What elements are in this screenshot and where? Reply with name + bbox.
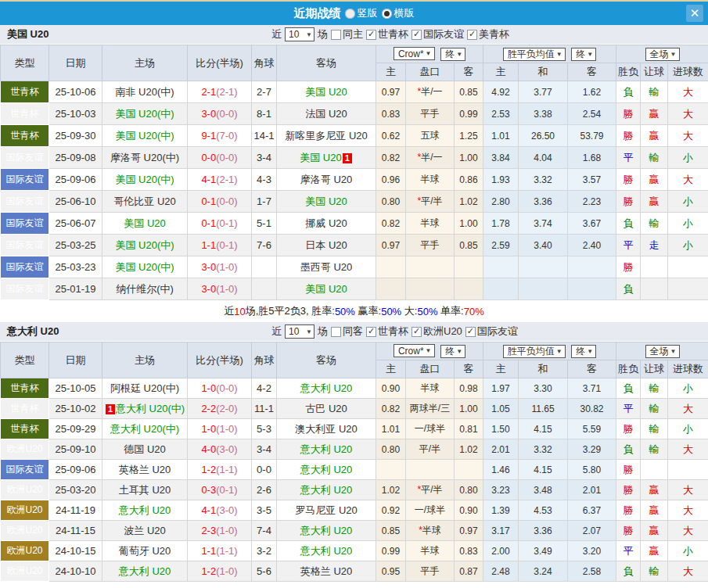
result-wdl: 平 — [616, 541, 641, 561]
match-date: 24-11-15 — [49, 521, 102, 541]
same-home-checkbox[interactable] — [331, 30, 341, 40]
match-date: 24-11-19 — [49, 500, 102, 521]
match-date: 24-10-15 — [49, 541, 102, 561]
col-score: 比分(半场) — [188, 45, 252, 81]
avg-final-select[interactable]: 终▼ — [571, 48, 596, 61]
odds-home: 0.62 — [376, 125, 406, 147]
avg-draw: 3.74 — [519, 213, 568, 235]
competition-badge: 国际友谊 — [1, 147, 49, 169]
comp-filter-friendly: 国际友谊 — [412, 27, 464, 41]
result-wdl: 負 — [616, 213, 641, 235]
corner-count — [252, 256, 277, 278]
avg-away-win: 30.82 — [568, 399, 616, 419]
avg-select[interactable]: 胜平负均值▼ — [503, 345, 566, 358]
match-date: 25-09-06 — [49, 169, 102, 191]
sub-odds-line: 盘口 — [406, 360, 455, 378]
halftime-score: (1-1) — [216, 464, 237, 475]
odds-home: 0.85 — [376, 521, 406, 541]
bookmaker-select[interactable]: Crow*▼ — [394, 344, 435, 357]
worldcup-checkbox[interactable] — [366, 30, 376, 40]
fulltime-score: 4-1 — [201, 504, 216, 516]
match-date: 25-10-03 — [49, 103, 102, 125]
avg-group-header: 胜平负均值▼ 终▼ — [483, 45, 616, 63]
competition-badge: 世青杯 — [1, 103, 49, 125]
score: 1-2(1-0) — [188, 561, 252, 582]
result-over-under: 大 — [668, 125, 708, 147]
match-date: 25-10-02 — [49, 399, 102, 419]
friendly-checkbox[interactable] — [465, 327, 476, 337]
result-wdl: 勝 — [616, 500, 641, 521]
odds-final-select[interactable]: 终▼ — [440, 345, 465, 358]
avg-home-win: 1.78 — [483, 213, 519, 235]
close-button[interactable]: ✕ — [686, 5, 703, 22]
avg-draw: 3.32 — [519, 169, 568, 191]
match-date: 25-06-10 — [49, 191, 102, 213]
fulltime-score: 2-3 — [201, 525, 216, 536]
section-bar-italy: 意大利 U20 近 10 ▼ 场 同客 世青杯 欧洲U20 国际友谊 — [0, 322, 708, 342]
layout-vertical-radio[interactable]: 竖版 — [345, 6, 378, 20]
result-handicap: 贏 — [641, 125, 668, 147]
sub-res-wdl: 胜负 — [616, 63, 641, 81]
odds-handicap-line: *半球 — [406, 521, 455, 541]
match-row: 国际友谊25-03-25美国 U20(中)1-1(0-1)7-6日本 U200.… — [1, 235, 708, 256]
near-label: 近 — [271, 27, 282, 41]
result-over-under — [668, 278, 708, 300]
worldcup-checkbox[interactable] — [366, 327, 376, 337]
away-team: 法国 U20 — [277, 103, 376, 125]
result-char: 贏 — [649, 130, 659, 142]
odds-away: 0.85 — [455, 235, 483, 256]
match-row: 国际友谊25-01-19纳什维尔(中)3-0(1-0)美国 U20負 — [1, 278, 708, 300]
radio-selected-icon[interactable] — [382, 9, 392, 19]
score: 2-3(1-0) — [188, 521, 252, 541]
avg-select[interactable]: 胜平负均值▼ — [503, 48, 566, 61]
chevron-down-icon: ▼ — [556, 51, 562, 58]
result-handicap: 輸 — [641, 213, 668, 235]
odds-away: 1.00 — [455, 147, 483, 169]
home-team: 葡萄牙 U20 — [102, 541, 188, 561]
result-char: 大 — [683, 525, 693, 536]
match-date: 25-03-25 — [49, 235, 102, 256]
odds-away: 0.87 — [455, 561, 483, 582]
radio-unselected-icon[interactable] — [345, 9, 355, 19]
result-over-under: 大 — [668, 399, 708, 419]
euro-u20-checkbox[interactable] — [412, 327, 422, 337]
sub-res-wdl: 胜负 — [616, 360, 641, 378]
layout-horizontal-radio[interactable]: 横版 — [382, 6, 415, 20]
halftime-score: (1-0) — [216, 525, 237, 536]
chevron-down-icon: ▼ — [587, 51, 593, 58]
halftime-score: (7-0) — [216, 130, 237, 142]
avg-final-select[interactable]: 终▼ — [571, 345, 596, 358]
odds-handicap-line: 平/半 — [406, 439, 455, 460]
odds-handicap-line — [406, 278, 455, 300]
odds-away: 0.98 — [455, 378, 483, 399]
match-count-select[interactable]: 10 ▼ — [285, 324, 314, 339]
team-name: 日本 U20 — [305, 239, 347, 251]
competition-badge: 世青杯 — [1, 81, 49, 103]
home-team: 美国 U20(中) — [102, 256, 188, 278]
bookmaker-select[interactable]: Crow*▼ — [394, 47, 435, 60]
match-date: 25-09-08 — [49, 147, 102, 169]
competition-badge: 世青杯 — [1, 399, 49, 419]
euro-u20-label: 欧洲U20 — [423, 324, 462, 339]
col-date: 日期 — [49, 342, 102, 378]
match-count-select[interactable]: 10 ▼ — [285, 27, 314, 41]
result-char: 勝 — [624, 464, 634, 475]
corner-count: 2-6 — [252, 480, 277, 500]
team-name: 美国 U20(中) — [115, 239, 174, 251]
score: 3-0(1-0) — [188, 256, 252, 278]
competition-badge: 欧洲U20 — [1, 480, 49, 500]
fulltime-score: 1-2 — [201, 464, 216, 475]
odds-final-select[interactable]: 终▼ — [440, 48, 465, 61]
fulltime-select[interactable]: 全场▼ — [645, 48, 680, 61]
concacaf-checkbox[interactable] — [467, 30, 477, 40]
result-char: 負 — [624, 217, 634, 229]
fulltime-select[interactable]: 全场▼ — [645, 345, 680, 358]
odds-handicap-line: 平手 — [406, 561, 455, 582]
same-away-checkbox[interactable] — [331, 327, 341, 337]
result-wdl: 平 — [616, 235, 641, 256]
friendly-checkbox[interactable] — [412, 30, 422, 40]
chevron-down-icon: ▼ — [670, 51, 677, 58]
chevron-down-icon: ▼ — [306, 328, 312, 335]
team-name: 美国 U20(中) — [115, 174, 174, 185]
corner-count: 2-7 — [252, 81, 277, 103]
